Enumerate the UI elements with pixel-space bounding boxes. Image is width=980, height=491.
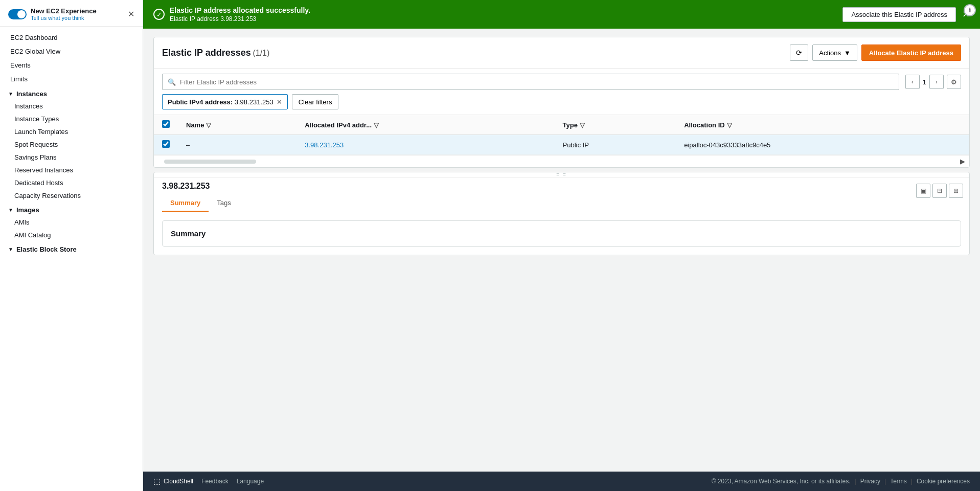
search-filter-row: 🔍 ‹ 1 › ⚙ xyxy=(162,74,961,90)
pagination-next-button[interactable]: › xyxy=(929,75,944,89)
row-checkbox-cell xyxy=(154,135,178,155)
sidebar-item-dedicated-hosts[interactable]: Dedicated Hosts xyxy=(0,176,143,189)
pagination-current: 1 xyxy=(923,78,926,86)
separator-1: | xyxy=(855,478,856,485)
associate-elastic-ip-button[interactable]: Associate this Elastic IP address xyxy=(842,7,956,22)
detail-panel-top: 3.98.231.253 Summary Tags ▣ ⊟ ⊞ xyxy=(154,177,969,212)
sidebar-close-button[interactable]: ✕ xyxy=(128,9,134,19)
cloudshell-button[interactable]: ⬚ CloudShell xyxy=(153,477,193,486)
cloudshell-icon: ⬚ xyxy=(153,477,161,486)
table-header-allocated-ipv4: Allocated IPv4 addr... ▽ xyxy=(297,115,554,135)
table-settings-button[interactable]: ⚙ xyxy=(947,75,961,89)
search-icon: 🔍 xyxy=(168,78,176,86)
summary-box: Summary xyxy=(162,220,961,247)
sidebar-item-ec2-global-view[interactable]: EC2 Global View xyxy=(0,44,143,58)
cloudshell-label: CloudShell xyxy=(164,478,193,485)
sidebar-item-ec2-dashboard[interactable]: EC2 Dashboard xyxy=(0,31,143,44)
sidebar-header: New EC2 Experience Tell us what you thin… xyxy=(0,0,143,27)
sidebar: New EC2 Experience Tell us what you thin… xyxy=(0,0,143,491)
content-area: ✓ Elastic IP address allocated successfu… xyxy=(143,0,980,491)
pagination-controls: ‹ 1 › ⚙ xyxy=(905,75,961,89)
sidebar-item-launch-templates[interactable]: Launch Templates xyxy=(0,125,143,138)
detail-panel-left: 3.98.231.253 Summary Tags xyxy=(154,177,247,212)
row-checkbox[interactable] xyxy=(162,140,170,148)
page-title: Elastic IP addresses xyxy=(162,48,251,58)
sidebar-title: New EC2 Experience xyxy=(31,7,97,15)
ebs-arrow-icon: ▼ xyxy=(8,247,13,252)
instances-arrow-icon: ▼ xyxy=(8,91,13,97)
sidebar-item-capacity-reservations[interactable]: Capacity Reservations xyxy=(0,189,143,202)
separator-3: | xyxy=(911,478,913,485)
row-type: Public IP xyxy=(555,135,676,155)
sidebar-item-events[interactable]: Events xyxy=(0,58,143,72)
sidebar-item-spot-requests[interactable]: Spot Requests xyxy=(0,138,143,151)
copyright-text: © 2023, Amazon Web Services, Inc. or its… xyxy=(712,478,851,485)
privacy-link[interactable]: Privacy xyxy=(860,478,880,485)
search-box[interactable]: 🔍 xyxy=(162,74,899,90)
elastic-ip-table: Name ▽ Allocated IPv4 addr... ▽ xyxy=(154,115,969,155)
table-section: Elastic IP addresses (1/1) ⟳ Actions ▼ A… xyxy=(153,37,970,168)
ebs-section-label: Elastic Block Store xyxy=(16,246,77,253)
images-section-label: Images xyxy=(16,206,39,214)
new-experience-toggle-wrapper: New EC2 Experience Tell us what you thin… xyxy=(8,7,97,21)
filter-tags-row: Public IPv4 address: 3.98.231.253 ✕ Clea… xyxy=(162,94,961,109)
sidebar-section-instances[interactable]: ▼ Instances xyxy=(0,86,143,100)
ipv4-sort-icon: ▽ xyxy=(374,121,379,129)
allocate-elastic-ip-button[interactable]: Allocate Elastic IP address xyxy=(861,44,961,61)
sidebar-item-amis[interactable]: AMIs xyxy=(0,216,143,229)
actions-dropdown-icon: ▼ xyxy=(844,49,851,57)
panel-resizer[interactable]: = = xyxy=(154,172,969,177)
filter-tag-remove-button[interactable]: ✕ xyxy=(277,98,282,106)
images-arrow-icon: ▼ xyxy=(8,207,13,213)
bottom-bar-left: ⬚ CloudShell Feedback Language xyxy=(153,477,264,486)
success-main-text: Elastic IP address allocated successfull… xyxy=(170,6,310,14)
sidebar-item-instance-types[interactable]: Instance Types xyxy=(0,113,143,125)
sidebar-section-elastic-block-store[interactable]: ▼ Elastic Block Store xyxy=(0,241,143,255)
detail-panel: = = 3.98.231.253 Summary Tags ▣ ⊟ xyxy=(153,172,970,255)
filter-tag-ipv4: Public IPv4 address: 3.98.231.253 ✕ xyxy=(162,94,288,109)
terms-link[interactable]: Terms xyxy=(890,478,907,485)
sidebar-item-limits[interactable]: Limits xyxy=(0,72,143,86)
sidebar-item-instances[interactable]: Instances xyxy=(0,100,143,113)
success-text: Elastic IP address allocated successfull… xyxy=(170,6,310,23)
page-header: Elastic IP addresses (1/1) ⟳ Actions ▼ A… xyxy=(154,37,969,69)
detail-view-compact-button[interactable]: ▣ xyxy=(916,184,930,198)
new-experience-toggle[interactable] xyxy=(8,9,27,19)
pagination-prev-button[interactable]: ‹ xyxy=(905,75,920,89)
sidebar-section-images[interactable]: ▼ Images xyxy=(0,202,143,216)
table-header-row: Name ▽ Allocated IPv4 addr... ▽ xyxy=(154,115,969,135)
name-sort-icon: ▽ xyxy=(206,121,211,129)
horizontal-scroll-area: ▶ xyxy=(154,155,969,167)
detail-view-buttons: ▣ ⊟ ⊞ xyxy=(916,184,963,198)
language-link[interactable]: Language xyxy=(237,478,264,485)
row-ipv4-link[interactable]: 3.98.231.253 xyxy=(305,141,344,149)
page-title-wrapper: Elastic IP addresses (1/1) xyxy=(162,48,269,58)
detail-tab-summary[interactable]: Summary xyxy=(162,195,209,212)
actions-button[interactable]: Actions ▼ xyxy=(812,44,857,61)
horizontal-scrollbar[interactable] xyxy=(164,160,256,164)
info-icon[interactable]: ℹ xyxy=(964,4,976,16)
cookie-preferences-link[interactable]: Cookie preferences xyxy=(917,478,970,485)
header-actions: ⟳ Actions ▼ Allocate Elastic IP address xyxy=(790,44,961,61)
bottom-bar: ⬚ CloudShell Feedback Language © 2023, A… xyxy=(143,472,980,491)
sidebar-subtitle[interactable]: Tell us what you think xyxy=(31,15,97,21)
success-banner-left: ✓ Elastic IP address allocated successfu… xyxy=(153,6,310,23)
sidebar-item-reserved-instances[interactable]: Reserved Instances xyxy=(0,164,143,176)
feedback-link[interactable]: Feedback xyxy=(201,478,229,485)
detail-tab-tags[interactable]: Tags xyxy=(209,195,239,212)
filter-tag-label: Public IPv4 address: 3.98.231.253 xyxy=(168,98,274,106)
summary-box-title: Summary xyxy=(171,229,952,238)
scroll-right-arrow-icon[interactable]: ▶ xyxy=(960,158,965,165)
detail-body: Summary xyxy=(154,212,969,255)
sidebar-item-savings-plans[interactable]: Savings Plans xyxy=(0,151,143,164)
row-name: – xyxy=(178,135,297,155)
select-all-checkbox[interactable] xyxy=(162,120,170,128)
search-input[interactable] xyxy=(180,78,894,86)
row-allocation-id: eipalloc-043c93333a8c9c4e5 xyxy=(676,135,969,155)
detail-view-split-button[interactable]: ⊟ xyxy=(932,184,947,198)
clear-filters-button[interactable]: Clear filters xyxy=(292,94,339,109)
refresh-button[interactable]: ⟳ xyxy=(790,44,808,61)
sidebar-item-ami-catalog[interactable]: AMI Catalog xyxy=(0,229,143,241)
detail-view-expand-button[interactable]: ⊞ xyxy=(949,184,963,198)
table-row[interactable]: – 3.98.231.253 Public IP eipalloc-043c93… xyxy=(154,135,969,155)
